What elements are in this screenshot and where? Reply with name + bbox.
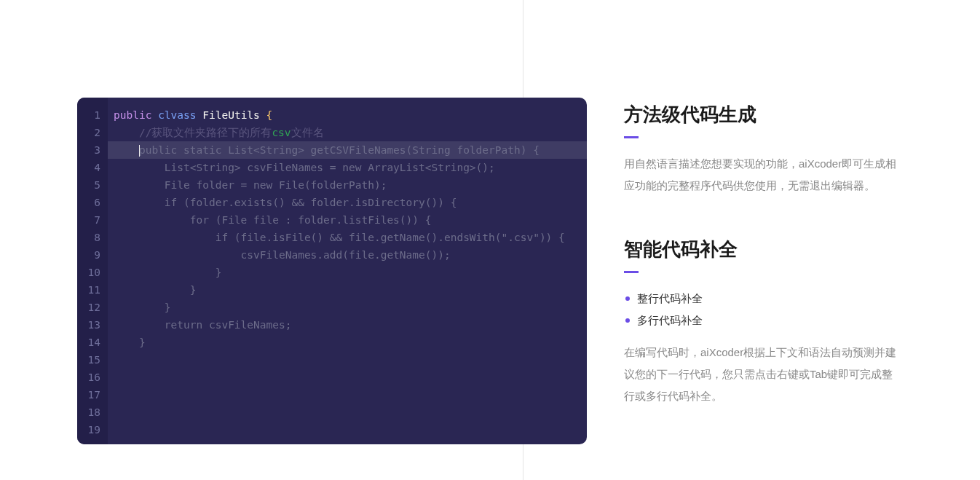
code-area[interactable]: public clvass FileUtils { //获取文件夹路径下的所有c… (108, 98, 587, 351)
line-number: 18 (77, 404, 108, 421)
title-underline (624, 136, 639, 138)
line-number: 8 (77, 229, 108, 246)
feature-description: 用自然语言描述您想要实现的功能，aiXcoder即可生成相应功能的完整程序代码供… (624, 153, 901, 197)
suggestion-text[interactable]: } (114, 284, 197, 296)
suggestion-text[interactable]: csvFileNames.add(file.getName()); (114, 249, 451, 261)
keyword-public: public (114, 109, 151, 121)
features-panel: 方法级代码生成 用自然语言描述您想要实现的功能，aiXcoder即可生成相应功能… (624, 102, 901, 447)
code-line[interactable]: } (114, 299, 587, 316)
comment-highlight: csv (272, 127, 291, 138)
line-number: 2 (77, 124, 108, 141)
code-line[interactable]: public clvass FileUtils { (114, 106, 587, 124)
code-line[interactable]: if (folder.exists() && folder.isDirector… (114, 194, 587, 211)
code-line[interactable]: List<String> csvFileNames = new ArrayLis… (114, 159, 587, 176)
comment: //获取文件夹路径下的所有 (139, 127, 272, 138)
code-editor[interactable]: 12345678910111213141516171819 public clv… (77, 98, 587, 444)
bullet-item: 多行代码补全 (624, 310, 901, 331)
line-number: 14 (77, 334, 108, 351)
feature-title: 方法级代码生成 (624, 102, 901, 127)
comment: 文件名 (291, 127, 324, 138)
line-number: 5 (77, 176, 108, 194)
feature-code-generation: 方法级代码生成 用自然语言描述您想要实现的功能，aiXcoder即可生成相应功能… (624, 102, 901, 197)
code-line[interactable]: //获取文件夹路径下的所有csv文件名 (114, 124, 587, 141)
code-line[interactable]: } (114, 281, 587, 299)
code-line[interactable]: File folder = new File(folderPath); (114, 176, 587, 194)
code-line-active[interactable]: public static List<String> getCSVFileNam… (114, 141, 587, 159)
line-number: 6 (77, 194, 108, 211)
suggestion-text[interactable]: File folder = new File(folderPath); (114, 179, 387, 191)
code-line[interactable]: return csvFileNames; (114, 316, 587, 334)
code-line[interactable]: csvFileNames.add(file.getName()); (114, 246, 587, 264)
feature-bullets: 整行代码补全 多行代码补全 (624, 288, 901, 331)
bullet-item: 整行代码补全 (624, 288, 901, 310)
line-number: 7 (77, 211, 108, 229)
line-number: 3 (77, 141, 108, 159)
line-number: 15 (77, 351, 108, 369)
class-name: FileUtils (202, 109, 260, 121)
feature-code-completion: 智能代码补全 整行代码补全 多行代码补全 在编写代码时，aiXcoder根据上下… (624, 237, 901, 407)
brace: { (266, 109, 273, 121)
suggestion-text[interactable]: } (114, 302, 171, 313)
suggestion-text[interactable]: } (114, 267, 221, 278)
line-number: 13 (77, 316, 108, 334)
line-gutter: 12345678910111213141516171819 (77, 98, 108, 444)
line-number: 1 (77, 106, 108, 124)
code-line[interactable]: } (114, 334, 587, 351)
suggestion-text[interactable]: } (114, 337, 146, 348)
code-line[interactable]: if (file.isFile() && file.getName().ends… (114, 229, 587, 246)
suggestion-text[interactable]: return csvFileNames; (114, 319, 291, 331)
code-line[interactable]: } (114, 264, 587, 281)
line-number: 10 (77, 264, 108, 281)
line-number: 17 (77, 386, 108, 404)
suggestion-text[interactable]: if (folder.exists() && folder.isDirector… (114, 197, 457, 208)
line-number: 11 (77, 281, 108, 299)
title-underline (624, 271, 639, 273)
line-number: 19 (77, 421, 108, 438)
feature-description: 在编写代码时，aiXcoder根据上下文和语法自动预测并建议您的下一行代码，您只… (624, 342, 901, 407)
line-number: 12 (77, 299, 108, 316)
suggestion-text[interactable]: List<String> csvFileNames = new ArrayLis… (114, 162, 495, 173)
line-number: 4 (77, 159, 108, 176)
keyword-class: clvass (158, 109, 196, 121)
code-line[interactable]: for (File file : folder.listFiles()) { (114, 211, 587, 229)
suggestion-text[interactable]: public static List<String> getCSVFileNam… (139, 144, 540, 156)
line-number: 9 (77, 246, 108, 264)
suggestion-text[interactable]: if (file.isFile() && file.getName().ends… (114, 232, 565, 243)
line-number: 16 (77, 369, 108, 386)
feature-title: 智能代码补全 (624, 237, 901, 262)
suggestion-text[interactable]: for (File file : folder.listFiles()) { (114, 214, 432, 226)
